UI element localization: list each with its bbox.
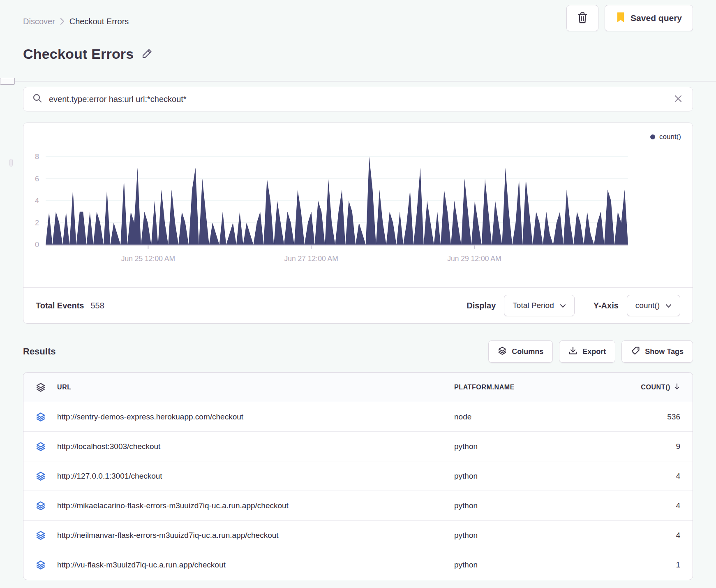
svg-text:Jun 25 12:00 AM: Jun 25 12:00 AM <box>121 255 175 263</box>
platform-cell: python <box>454 501 610 510</box>
export-label: Export <box>582 347 606 356</box>
table-header-row: URL PLATFORM.NAME COUNT() <box>23 373 693 402</box>
close-icon <box>674 95 682 104</box>
chevron-down-icon <box>665 301 672 310</box>
row-actions-layers-icon[interactable] <box>36 560 46 570</box>
panel-resize-handle[interactable] <box>0 78 15 85</box>
edit-title-button[interactable] <box>140 46 154 62</box>
bookmark-icon <box>616 12 626 25</box>
tag-icon <box>631 346 640 357</box>
legend-label: count() <box>659 133 681 141</box>
platform-cell: python <box>454 560 610 569</box>
platform-cell: python <box>454 472 610 481</box>
columns-label: Columns <box>512 347 543 356</box>
saved-query-label: Saved query <box>631 13 682 23</box>
platform-cell: node <box>454 412 610 421</box>
yaxis-label: Y-Axis <box>594 301 619 310</box>
url-cell: http://mikaelacarino-flask-errors-m3uuiz… <box>57 501 454 510</box>
count-cell: 4 <box>610 472 680 481</box>
export-button[interactable]: Export <box>559 340 615 363</box>
drag-grip[interactable] <box>9 159 13 167</box>
sort-desc-arrow-icon <box>674 383 680 392</box>
search-icon <box>32 93 42 105</box>
results-heading: Results <box>23 346 55 357</box>
platform-cell: python <box>454 531 610 540</box>
chart-footer: Total Events 558 Display Total Period Y-… <box>23 287 693 323</box>
svg-text:0: 0 <box>35 241 39 249</box>
column-header-platform[interactable]: PLATFORM.NAME <box>454 384 610 391</box>
display-value: Total Period <box>513 301 554 310</box>
results-table: URL PLATFORM.NAME COUNT() http://sentry-… <box>23 372 693 580</box>
table-body: http://sentry-demos-express.herokuapp.co… <box>23 402 693 580</box>
svg-text:4: 4 <box>35 197 39 205</box>
svg-text:2: 2 <box>35 219 39 227</box>
trash-icon <box>577 12 588 25</box>
svg-text:Jun 29 12:00 AM: Jun 29 12:00 AM <box>447 255 501 263</box>
layers-icon <box>498 346 507 357</box>
saved-query-button[interactable]: Saved query <box>605 5 693 31</box>
url-cell: http://neilmanvar-flask-errors-m3uuizd7i… <box>57 531 454 540</box>
results-toolbar: Results Columns Export <box>23 340 693 363</box>
delete-query-button[interactable] <box>566 5 598 31</box>
download-icon <box>568 346 577 357</box>
page-title: Checkout Errors <box>23 46 134 62</box>
table-row[interactable]: http://vu-flask-m3uuizd7iq-uc.a.run.app/… <box>23 550 693 580</box>
display-dropdown[interactable]: Total Period <box>504 295 574 316</box>
table-row[interactable]: http://neilmanvar-flask-errors-m3uuizd7i… <box>23 521 693 550</box>
events-spike-chart: 02468Jun 25 12:00 AMJun 27 12:00 AMJun 2… <box>23 134 631 263</box>
search-input[interactable] <box>49 95 666 104</box>
count-cell: 4 <box>610 501 680 510</box>
row-actions-layers-icon[interactable] <box>36 442 46 451</box>
legend-dot <box>650 134 655 139</box>
count-cell: 9 <box>610 442 680 451</box>
show-tags-label: Show Tags <box>645 347 684 356</box>
row-actions-layers-icon[interactable] <box>36 412 46 422</box>
display-label: Display <box>467 301 496 310</box>
url-cell: http://127.0.0.1:3001/checkout <box>57 472 454 481</box>
table-row[interactable]: http://mikaelacarino-flask-errors-m3uuiz… <box>23 491 693 521</box>
url-cell: http://localhost:3003/checkout <box>57 442 454 451</box>
column-header-count[interactable]: COUNT() <box>610 383 680 392</box>
pencil-icon <box>141 47 153 61</box>
count-cell: 4 <box>610 531 680 540</box>
show-tags-button[interactable]: Show Tags <box>621 340 693 363</box>
table-row[interactable]: http://sentry-demos-express.herokuapp.co… <box>23 402 693 432</box>
chart-legend[interactable]: count() <box>650 133 681 141</box>
row-actions-layers-icon[interactable] <box>36 530 46 540</box>
url-cell: http://vu-flask-m3uuizd7iq-uc.a.run.app/… <box>57 560 454 569</box>
breadcrumb-current: Checkout Errors <box>69 17 129 26</box>
breadcrumb: Discover Checkout Errors <box>23 10 129 26</box>
count-cell: 1 <box>610 560 680 569</box>
count-header-label: COUNT() <box>641 384 670 391</box>
clear-search-button[interactable] <box>673 93 684 105</box>
chevron-down-icon <box>560 301 566 310</box>
total-events-value: 558 <box>90 301 104 310</box>
row-actions-layers-icon[interactable] <box>36 501 46 511</box>
breadcrumb-discover[interactable]: Discover <box>23 17 55 26</box>
yaxis-dropdown[interactable]: count() <box>627 295 680 316</box>
total-events-label: Total Events <box>36 301 84 310</box>
yaxis-value: count() <box>635 301 660 310</box>
table-row[interactable]: http://127.0.0.1:3001/checkout python 4 <box>23 461 693 491</box>
chevron-right-icon <box>60 18 65 25</box>
layers-icon <box>36 382 46 392</box>
page-header: Discover Checkout Errors <box>0 0 716 62</box>
count-cell: 536 <box>610 412 680 421</box>
search-bar <box>23 87 693 111</box>
svg-text:6: 6 <box>35 175 39 183</box>
table-row[interactable]: http://localhost:3003/checkout python 9 <box>23 432 693 461</box>
events-chart-panel: count() 02468Jun 25 12:00 AMJun 27 12:00… <box>23 123 693 324</box>
svg-text:Jun 27 12:00 AM: Jun 27 12:00 AM <box>284 255 338 263</box>
svg-text:8: 8 <box>35 153 39 161</box>
header-divider <box>0 81 716 81</box>
platform-cell: python <box>454 442 610 451</box>
column-header-url[interactable]: URL <box>57 384 454 391</box>
url-cell: http://sentry-demos-express.herokuapp.co… <box>57 412 454 421</box>
columns-button[interactable]: Columns <box>488 340 553 363</box>
row-actions-layers-icon[interactable] <box>36 471 46 481</box>
